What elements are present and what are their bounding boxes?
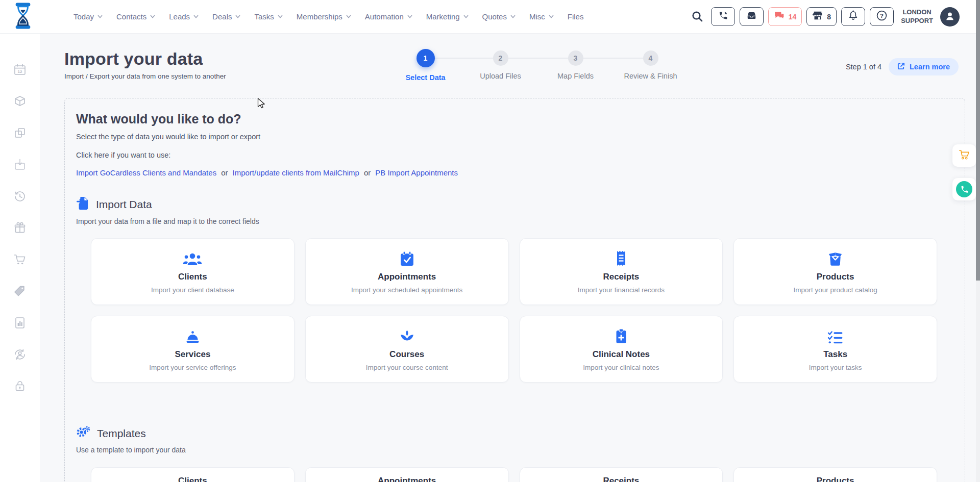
step-upload-files[interactable]: 2 Upload Files (463, 49, 538, 82)
padlock-icon[interactable] (13, 379, 27, 393)
nav-quotes[interactable]: Quotes (482, 12, 516, 21)
link-separator: or (221, 168, 228, 177)
template-card-products[interactable]: Products (733, 467, 937, 482)
step-circle: 1 (416, 49, 435, 67)
gears-icon (76, 426, 90, 441)
workspace-name-line2: SUPPORT (901, 17, 933, 25)
card-title: Services (175, 349, 210, 360)
nav-files[interactable]: Files (568, 12, 584, 21)
card-subtitle: Import your course content (366, 364, 448, 371)
card-subtitle: Import your tasks (809, 364, 862, 371)
nav-deals[interactable]: Deals (212, 12, 240, 21)
card-services[interactable]: Services Import your service offerings (91, 316, 295, 383)
clipboard-plus-icon (615, 327, 627, 344)
click-prompt: Click here if you want to use: (76, 151, 965, 159)
templates-cards: Clients Appointments Receipts Products (91, 467, 937, 482)
nav-memberships[interactable]: Memberships (297, 12, 351, 21)
step-label: Upload Files (480, 72, 521, 80)
external-link-icon (897, 62, 905, 71)
nav-today[interactable]: Today (74, 12, 103, 21)
page-subtitle: Import / Export your data from one syste… (64, 72, 226, 80)
scrollbar-thumb[interactable] (976, 0, 980, 281)
history-icon[interactable] (13, 190, 27, 203)
page-header-right: Step 1 of 4 Learn more (846, 58, 959, 75)
template-card-clients[interactable]: Clients (91, 467, 295, 482)
card-appointments[interactable]: Appointments Import your scheduled appoi… (305, 238, 509, 305)
search-icon[interactable] (692, 11, 703, 22)
nav-label: Leads (169, 12, 190, 21)
learn-more-button[interactable]: Learn more (889, 58, 959, 75)
spa-leaf-icon (399, 327, 415, 344)
user-avatar[interactable] (940, 7, 960, 27)
nav-label: Contacts (116, 12, 146, 21)
checklist-icon (827, 327, 843, 344)
svg-text:12: 12 (18, 69, 22, 74)
step-review-finish[interactable]: 4 Review & Finish (613, 49, 688, 82)
learn-more-label: Learn more (910, 63, 950, 71)
topbar-actions: 14 8 ? LONDON SUPPORT (692, 7, 980, 27)
template-card-appointments[interactable]: Appointments (305, 467, 509, 482)
step-select-data[interactable]: 1 Select Data (388, 49, 463, 82)
chat-button[interactable]: 14 (768, 7, 802, 26)
nav-misc[interactable]: Misc (529, 12, 554, 21)
step-circle: 2 (493, 50, 508, 66)
link-pb-import[interactable]: PB Import Appointments (375, 168, 458, 177)
step-label: Review & Finish (624, 72, 677, 80)
nav-label: Today (74, 12, 94, 21)
inbox-button[interactable] (740, 7, 764, 26)
step-map-fields[interactable]: 3 Map Fields (538, 49, 613, 82)
card-clinical-notes[interactable]: Clinical Notes Import your clinical note… (520, 316, 723, 383)
workspace-name-line1: LONDON (901, 8, 933, 16)
receipt-icon (615, 249, 627, 267)
floating-cart-button[interactable] (952, 144, 976, 167)
workspace-name: LONDON SUPPORT (901, 8, 933, 25)
storefront-icon (812, 11, 823, 22)
floating-whatsapp-button[interactable] (952, 178, 976, 200)
calendar-12-icon[interactable]: 12 (13, 63, 27, 77)
card-subtitle: Import your product catalog (793, 286, 877, 294)
chevron-down-icon (150, 15, 155, 18)
import-data-title: Import Data (96, 198, 152, 211)
shopping-cart-icon[interactable] (13, 253, 27, 266)
help-button[interactable]: ? (870, 7, 894, 26)
main-nav: Today Contacts Leads Deals Tasks Members… (74, 12, 583, 21)
card-courses[interactable]: Courses Import your course content (305, 316, 509, 383)
chevron-down-icon (278, 15, 283, 18)
card-clients[interactable]: Clients Import your client database (91, 238, 295, 305)
svg-text:?: ? (880, 13, 884, 19)
price-tag-icon[interactable] (13, 285, 27, 298)
card-products[interactable]: Products Import your product catalog (733, 238, 937, 305)
question-subtitle: Select the type of data you would like t… (76, 133, 965, 141)
duplicate-squares-icon[interactable] (13, 126, 27, 140)
step-indicator: Step 1 of 4 (846, 63, 881, 71)
app-logo[interactable] (11, 2, 37, 32)
nav-contacts[interactable]: Contacts (116, 12, 155, 21)
left-sidebar: 12 (0, 34, 40, 482)
report-chart-icon[interactable] (13, 316, 27, 329)
link-gocardless[interactable]: Import GoCardless Clients and Mandates (76, 168, 216, 177)
scrollbar-track[interactable] (976, 0, 980, 482)
template-card-receipts[interactable]: Receipts (520, 467, 723, 482)
bell-icon (848, 10, 858, 23)
cart-icon (958, 149, 970, 162)
card-tasks[interactable]: Tasks Import your tasks (733, 316, 937, 383)
gift-icon[interactable] (13, 221, 27, 235)
nav-tasks[interactable]: Tasks (254, 12, 282, 21)
phone-button[interactable] (711, 7, 735, 26)
store-button[interactable]: 8 (806, 7, 837, 26)
link-mailchimp[interactable]: Import/update clients from MailChimp (232, 168, 359, 177)
step-label: Map Fields (557, 72, 594, 80)
card-subtitle: Import your client database (151, 286, 234, 294)
box-import-icon[interactable] (13, 158, 27, 171)
package-cube-icon[interactable] (13, 95, 27, 108)
nav-marketing[interactable]: Marketing (426, 12, 469, 21)
import-data-subtitle: Import your data from a file and map it … (76, 217, 965, 225)
notifications-button[interactable] (841, 7, 865, 26)
account-sync-icon[interactable] (13, 348, 27, 361)
import-data-header: Import Data (76, 196, 965, 212)
card-subtitle: Import your service offerings (149, 364, 236, 371)
card-receipts[interactable]: Receipts Import your financial records (520, 238, 723, 305)
nav-automation[interactable]: Automation (365, 12, 412, 21)
nav-label: Automation (365, 12, 404, 21)
nav-leads[interactable]: Leads (169, 12, 199, 21)
